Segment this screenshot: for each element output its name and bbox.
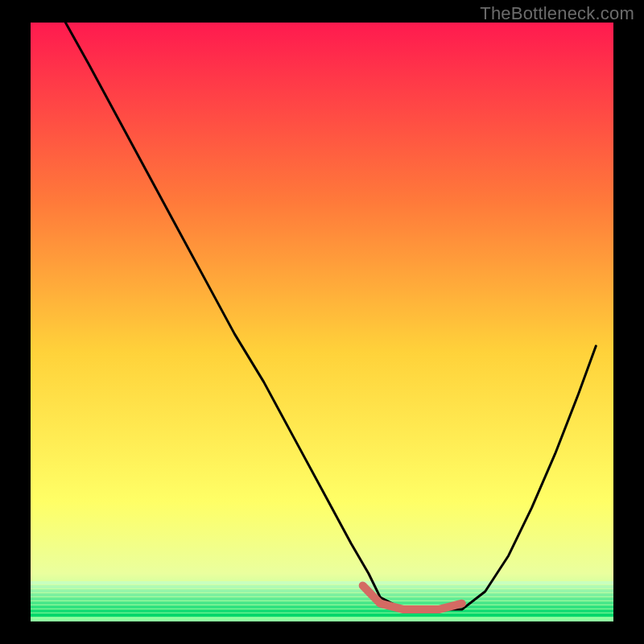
svg-rect-2	[31, 589, 613, 592]
svg-rect-5	[31, 601, 613, 605]
svg-rect-3	[31, 593, 613, 597]
svg-rect-8	[31, 613, 613, 617]
svg-rect-6	[31, 605, 613, 609]
watermark-text: TheBottleneck.com	[480, 3, 634, 24]
svg-rect-0	[31, 581, 613, 584]
svg-rect-7	[31, 609, 613, 613]
svg-rect-1	[31, 585, 613, 588]
chart-frame: TheBottleneck.com	[0, 0, 644, 644]
plot-background	[31, 23, 613, 621]
svg-rect-4	[31, 597, 613, 601]
green-band-stack	[31, 581, 613, 617]
bottleneck-chart	[0, 0, 644, 644]
